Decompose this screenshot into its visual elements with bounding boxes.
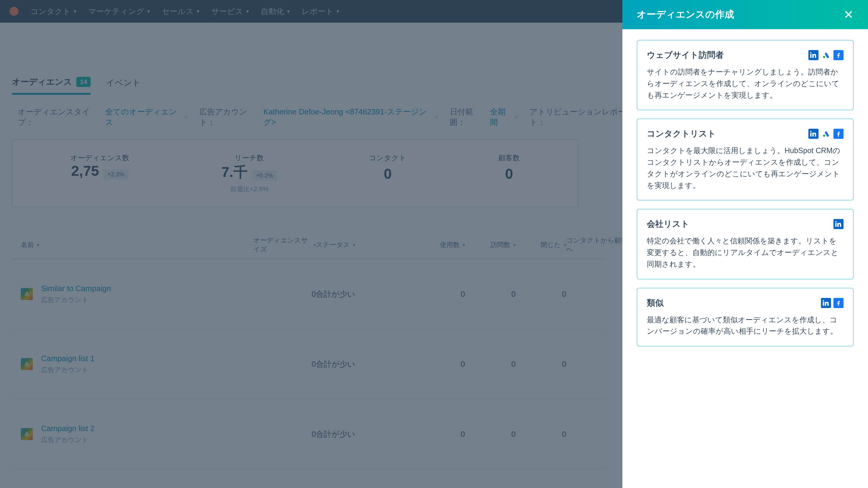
card-title: 類似	[647, 297, 663, 308]
facebook-icon	[833, 50, 843, 60]
audience-type-card[interactable]: 類似 最適な顧客に基づいて類似オーディエンスを作成し、コンバージョンの確率が高い…	[637, 288, 854, 347]
card-title: コンタクトリスト	[647, 128, 716, 139]
facebook-icon	[833, 129, 843, 139]
network-icons	[808, 129, 843, 139]
panel-title: オーディエンスの作成	[637, 8, 734, 21]
linkedin-icon	[833, 219, 843, 229]
network-icons	[808, 50, 843, 60]
card-description: 最適な顧客に基づいて類似オーディエンスを作成し、コンバージョンの確率が高い相手に…	[647, 314, 843, 337]
network-icons	[821, 298, 843, 308]
card-description: 特定の会社で働く人々と信頼関係を築きます。リストを変更すると、自動的にリアルタイ…	[647, 235, 843, 270]
audience-type-card[interactable]: ウェブサイト訪問者 サイトの訪問者をナーチャリングしましょう。訪問者からオーディ…	[637, 40, 854, 110]
audience-type-card[interactable]: 会社リスト 特定の会社で働く人々と信頼関係を築きます。リストを変更すると、自動的…	[637, 209, 854, 279]
card-title: ウェブサイト訪問者	[647, 50, 724, 61]
network-icons	[833, 219, 843, 229]
google-ads-icon	[821, 129, 831, 139]
panel-body: ウェブサイト訪問者 サイトの訪問者をナーチャリングしましょう。訪問者からオーディ…	[622, 29, 868, 357]
linkedin-icon	[808, 50, 818, 60]
create-audience-panel: オーディエンスの作成 ✕ ウェブサイト訪問者 サイトの訪問者をナーチャリングしま…	[622, 0, 868, 488]
audience-type-card[interactable]: コンタクトリスト コンタクトを最大限に活用しましょう。HubSpot CRMのコ…	[637, 119, 854, 200]
facebook-icon	[833, 298, 843, 308]
card-description: サイトの訪問者をナーチャリングしましょう。訪問者からオーディエンスを作成して、オ…	[647, 66, 843, 101]
panel-header: オーディエンスの作成 ✕	[622, 0, 868, 29]
linkedin-icon	[821, 298, 831, 308]
google-ads-icon	[821, 50, 831, 60]
card-title: 会社リスト	[647, 218, 689, 230]
svg-point-0	[823, 56, 826, 58]
linkedin-icon	[808, 129, 818, 139]
card-description: コンタクトを最大限に活用しましょう。HubSpot CRMのコンタクトリストから…	[647, 145, 843, 191]
close-icon[interactable]: ✕	[843, 9, 854, 21]
svg-point-1	[823, 135, 826, 137]
